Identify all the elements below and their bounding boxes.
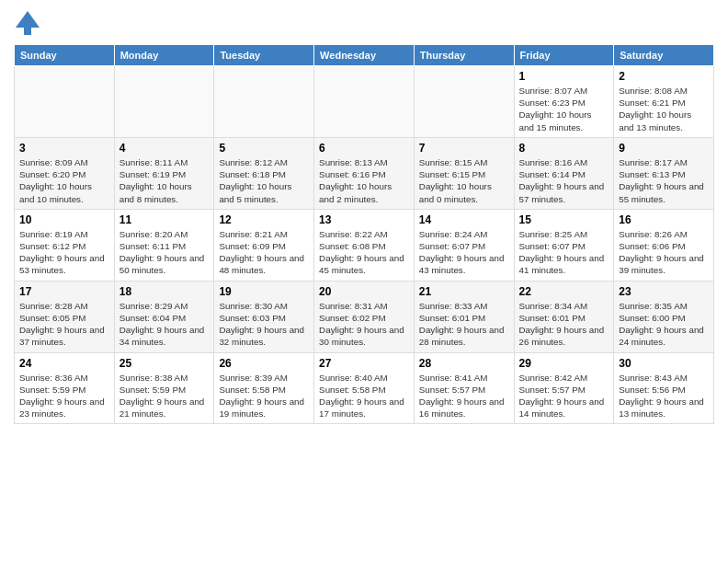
calendar-cell: 15Sunrise: 8:25 AMSunset: 6:07 PMDayligh… — [514, 209, 614, 281]
day-number: 10 — [19, 213, 109, 226]
calendar-cell: 7Sunrise: 8:15 AMSunset: 6:15 PMDaylight… — [414, 137, 514, 209]
week-row-3: 10Sunrise: 8:19 AMSunset: 6:12 PMDayligh… — [15, 209, 714, 281]
day-info: Sunrise: 8:28 AMSunset: 6:05 PMDaylight:… — [19, 300, 109, 349]
day-info: Sunrise: 8:26 AMSunset: 6:06 PMDaylight:… — [619, 228, 709, 277]
week-row-2: 3Sunrise: 8:09 AMSunset: 6:20 PMDaylight… — [15, 137, 714, 209]
weekday-header-monday: Monday — [114, 45, 214, 66]
calendar-cell: 9Sunrise: 8:17 AMSunset: 6:13 PMDaylight… — [614, 137, 714, 209]
day-number: 6 — [319, 142, 409, 155]
calendar-cell — [15, 66, 115, 138]
day-info: Sunrise: 8:38 AMSunset: 5:59 PMDaylight:… — [119, 372, 210, 420]
day-number: 8 — [519, 142, 609, 155]
calendar-cell: 17Sunrise: 8:28 AMSunset: 6:05 PMDayligh… — [15, 281, 115, 352]
logo — [14, 9, 45, 37]
page: SundayMondayTuesdayWednesdayThursdayFrid… — [0, 0, 728, 563]
day-number: 12 — [219, 213, 309, 226]
day-number: 19 — [219, 285, 309, 298]
calendar-cell: 20Sunrise: 8:31 AMSunset: 6:02 PMDayligh… — [314, 281, 415, 352]
day-number: 7 — [419, 142, 509, 155]
day-info: Sunrise: 8:13 AMSunset: 6:16 PMDaylight:… — [319, 156, 409, 205]
calendar-cell: 30Sunrise: 8:43 AMSunset: 5:56 PMDayligh… — [614, 352, 714, 424]
calendar-cell — [414, 66, 514, 138]
calendar-cell: 26Sunrise: 8:39 AMSunset: 5:58 PMDayligh… — [214, 352, 314, 424]
day-number: 24 — [19, 357, 109, 370]
day-info: Sunrise: 8:25 AMSunset: 6:07 PMDaylight:… — [519, 228, 609, 277]
day-number: 9 — [619, 142, 709, 155]
calendar-cell: 23Sunrise: 8:35 AMSunset: 6:00 PMDayligh… — [614, 281, 714, 352]
weekday-header-thursday: Thursday — [414, 45, 514, 66]
calendar-cell: 22Sunrise: 8:34 AMSunset: 6:01 PMDayligh… — [514, 281, 614, 352]
day-number: 11 — [119, 213, 210, 226]
calendar-cell: 3Sunrise: 8:09 AMSunset: 6:20 PMDaylight… — [15, 137, 115, 209]
day-info: Sunrise: 8:42 AMSunset: 5:57 PMDaylight:… — [519, 372, 609, 420]
calendar-cell — [214, 66, 314, 138]
day-number: 1 — [519, 70, 609, 83]
calendar-cell: 14Sunrise: 8:24 AMSunset: 6:07 PMDayligh… — [414, 209, 514, 281]
day-info: Sunrise: 8:16 AMSunset: 6:14 PMDaylight:… — [519, 156, 609, 205]
week-row-1: 1Sunrise: 8:07 AMSunset: 6:23 PMDaylight… — [15, 66, 714, 138]
calendar-cell: 12Sunrise: 8:21 AMSunset: 6:09 PMDayligh… — [214, 209, 314, 281]
day-info: Sunrise: 8:24 AMSunset: 6:07 PMDaylight:… — [419, 228, 509, 277]
logo-icon — [14, 9, 41, 37]
weekday-header-sunday: Sunday — [15, 45, 115, 66]
calendar-cell: 27Sunrise: 8:40 AMSunset: 5:58 PMDayligh… — [314, 352, 415, 424]
day-number: 18 — [119, 285, 210, 298]
day-info: Sunrise: 8:41 AMSunset: 5:57 PMDaylight:… — [419, 372, 509, 420]
day-number: 26 — [219, 357, 309, 370]
calendar-cell: 1Sunrise: 8:07 AMSunset: 6:23 PMDaylight… — [514, 66, 614, 138]
calendar-cell: 18Sunrise: 8:29 AMSunset: 6:04 PMDayligh… — [114, 281, 214, 352]
day-info: Sunrise: 8:36 AMSunset: 5:59 PMDaylight:… — [19, 372, 109, 420]
day-info: Sunrise: 8:19 AMSunset: 6:12 PMDaylight:… — [19, 228, 109, 277]
day-info: Sunrise: 8:30 AMSunset: 6:03 PMDaylight:… — [219, 300, 309, 349]
weekday-header-saturday: Saturday — [614, 45, 714, 66]
weekday-header-friday: Friday — [514, 45, 614, 66]
calendar-cell — [314, 66, 415, 138]
day-info: Sunrise: 8:39 AMSunset: 5:58 PMDaylight:… — [219, 372, 309, 420]
calendar-cell: 8Sunrise: 8:16 AMSunset: 6:14 PMDaylight… — [514, 137, 614, 209]
weekday-header-wednesday: Wednesday — [314, 45, 415, 66]
calendar-cell: 10Sunrise: 8:19 AMSunset: 6:12 PMDayligh… — [15, 209, 115, 281]
calendar-cell: 24Sunrise: 8:36 AMSunset: 5:59 PMDayligh… — [15, 352, 115, 424]
calendar-cell: 2Sunrise: 8:08 AMSunset: 6:21 PMDaylight… — [614, 66, 714, 138]
day-info: Sunrise: 8:15 AMSunset: 6:15 PMDaylight:… — [419, 156, 509, 205]
day-number: 30 — [619, 357, 709, 370]
calendar: SundayMondayTuesdayWednesdayThursdayFrid… — [14, 44, 714, 424]
day-number: 22 — [519, 285, 609, 298]
day-info: Sunrise: 8:12 AMSunset: 6:18 PMDaylight:… — [219, 156, 309, 205]
day-number: 29 — [519, 357, 609, 370]
calendar-cell — [114, 66, 214, 138]
day-number: 23 — [619, 285, 709, 298]
day-number: 20 — [319, 285, 409, 298]
calendar-cell: 25Sunrise: 8:38 AMSunset: 5:59 PMDayligh… — [114, 352, 214, 424]
day-number: 25 — [119, 357, 210, 370]
day-number: 2 — [619, 70, 709, 83]
day-number: 16 — [619, 213, 709, 226]
day-info: Sunrise: 8:17 AMSunset: 6:13 PMDaylight:… — [619, 156, 709, 205]
day-info: Sunrise: 8:43 AMSunset: 5:56 PMDaylight:… — [619, 372, 709, 420]
calendar-cell: 19Sunrise: 8:30 AMSunset: 6:03 PMDayligh… — [214, 281, 314, 352]
calendar-cell: 21Sunrise: 8:33 AMSunset: 6:01 PMDayligh… — [414, 281, 514, 352]
weekday-header-tuesday: Tuesday — [214, 45, 314, 66]
day-info: Sunrise: 8:34 AMSunset: 6:01 PMDaylight:… — [519, 300, 609, 349]
day-number: 14 — [419, 213, 509, 226]
day-info: Sunrise: 8:22 AMSunset: 6:08 PMDaylight:… — [319, 228, 409, 277]
day-number: 3 — [19, 142, 109, 155]
svg-marker-0 — [16, 11, 40, 28]
day-info: Sunrise: 8:11 AMSunset: 6:19 PMDaylight:… — [119, 156, 210, 205]
calendar-cell: 6Sunrise: 8:13 AMSunset: 6:16 PMDaylight… — [314, 137, 415, 209]
day-info: Sunrise: 8:20 AMSunset: 6:11 PMDaylight:… — [119, 228, 210, 277]
day-info: Sunrise: 8:35 AMSunset: 6:00 PMDaylight:… — [619, 300, 709, 349]
calendar-cell: 13Sunrise: 8:22 AMSunset: 6:08 PMDayligh… — [314, 209, 415, 281]
week-row-4: 17Sunrise: 8:28 AMSunset: 6:05 PMDayligh… — [15, 281, 714, 352]
day-number: 15 — [519, 213, 609, 226]
day-number: 17 — [19, 285, 109, 298]
weekday-header-row: SundayMondayTuesdayWednesdayThursdayFrid… — [15, 45, 714, 66]
day-number: 13 — [319, 213, 409, 226]
day-number: 28 — [419, 357, 509, 370]
day-info: Sunrise: 8:07 AMSunset: 6:23 PMDaylight:… — [519, 85, 609, 133]
day-info: Sunrise: 8:31 AMSunset: 6:02 PMDaylight:… — [319, 300, 409, 349]
header — [14, 9, 714, 37]
calendar-cell: 16Sunrise: 8:26 AMSunset: 6:06 PMDayligh… — [614, 209, 714, 281]
day-number: 4 — [119, 142, 210, 155]
day-info: Sunrise: 8:33 AMSunset: 6:01 PMDaylight:… — [419, 300, 509, 349]
